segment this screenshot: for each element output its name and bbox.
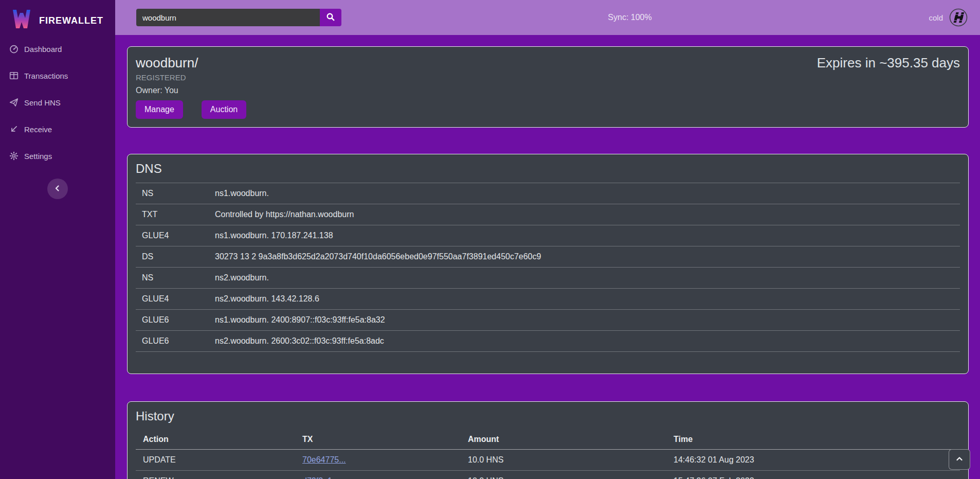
brand[interactable]: FIREWALLET [0, 0, 115, 35]
topbar: Sync: 100% cold [115, 0, 980, 35]
main-content: woodburn/ REGISTERED Owner: You Manage A… [115, 35, 980, 479]
name-card: woodburn/ REGISTERED Owner: You Manage A… [127, 46, 969, 128]
dns-record-value: ns2.woodburn. [209, 268, 960, 289]
transactions-icon [9, 71, 19, 80]
dns-record-type: GLUE4 [136, 289, 209, 310]
history-column-header: Time [666, 430, 960, 449]
history-column-header: TX [295, 430, 461, 449]
brand-name: FIREWALLET [39, 15, 103, 26]
dns-record-row: DS30273 13 2 9a3a8fb3d625d2a2073d740f10d… [136, 246, 960, 268]
dns-record-value: ns1.woodburn. [209, 183, 960, 204]
dns-record-type: NS [136, 183, 209, 204]
history-time: 14:46:32 01 Aug 2023 [666, 449, 960, 470]
history-action: RENEW [136, 470, 295, 479]
history-row: RENEWd72f3a1...10.0 HNS15:47:36 07 Feb 2… [136, 470, 960, 479]
chevron-left-icon [53, 184, 62, 194]
tx-hash-link[interactable]: 70e64775... [302, 455, 346, 464]
scroll-to-top-button[interactable] [949, 449, 970, 470]
wallet-name: cold [929, 13, 943, 22]
sidebar-item-settings[interactable]: Settings [0, 143, 115, 169]
history-amount: 10.0 HNS [461, 470, 666, 479]
wallet-group[interactable]: cold [929, 0, 968, 35]
search-group [136, 9, 341, 26]
dns-record-value: 30273 13 2 9a3a8fb3d625d2a2073d740f10da6… [209, 246, 960, 268]
firewallet-w-logo-icon [11, 9, 32, 32]
handshake-logo-icon[interactable] [949, 8, 968, 27]
dns-record-type: GLUE4 [136, 225, 209, 246]
domain-status: REGISTERED [136, 72, 246, 84]
sidebar-nav: DashboardTransactionsSend HNSReceiveSett… [0, 36, 115, 169]
sidebar-item-receive[interactable]: Receive [0, 116, 115, 143]
sync-status: Sync: 100% [608, 13, 651, 22]
dashboard-icon [9, 44, 19, 54]
sidebar: FIREWALLET DashboardTransactionsSend HNS… [0, 0, 115, 479]
sidebar-item-label: Send HNS [24, 98, 61, 107]
tx-hash-link[interactable]: d72f3a1... [302, 476, 339, 479]
dns-card: DNS NSns1.woodburn.TXTControlled by http… [127, 154, 969, 374]
dns-record-value: ns2.woodburn. 143.42.128.6 [209, 289, 960, 310]
dns-record-row: GLUE6ns2.woodburn. 2600:3c02::f03c:93ff:… [136, 331, 960, 352]
dns-record-row: GLUE4ns1.woodburn. 170.187.241.138 [136, 225, 960, 246]
history-column-header: Action [136, 430, 295, 449]
dns-record-type: NS [136, 268, 209, 289]
sidebar-item-label: Dashboard [24, 45, 62, 54]
dns-record-row: GLUE6ns1.woodburn. 2400:8907::f03c:93ff:… [136, 310, 960, 331]
dns-record-row: NSns2.woodburn. [136, 268, 960, 289]
search-button[interactable] [320, 9, 341, 26]
sidebar-item-label: Settings [24, 152, 52, 161]
auction-button[interactable]: Auction [202, 100, 246, 119]
history-card-title: History [136, 409, 960, 423]
sidebar-item-transactions[interactable]: Transactions [0, 62, 115, 89]
sidebar-item-label: Receive [24, 125, 52, 134]
dns-record-row: NSns1.woodburn. [136, 183, 960, 204]
history-time: 15:47:36 07 Feb 2023 [666, 470, 960, 479]
dns-record-value: Controlled by https://nathan.woodburn [209, 204, 960, 225]
dns-record-type: GLUE6 [136, 331, 209, 352]
history-table: ActionTXAmountTime UPDATE70e64775...10.0… [136, 430, 960, 479]
dns-card-title: DNS [136, 162, 960, 176]
dns-record-type: DS [136, 246, 209, 268]
dns-records-table: NSns1.woodburn.TXTControlled by https://… [136, 183, 960, 352]
sidebar-collapse-button[interactable] [47, 179, 68, 199]
dns-record-value: ns2.woodburn. 2600:3c02::f03c:93ff:fe5a:… [209, 331, 960, 352]
sidebar-item-dashboard[interactable]: Dashboard [0, 36, 115, 62]
dns-record-value: ns1.woodburn. 170.187.241.138 [209, 225, 960, 246]
dns-record-value: ns1.woodburn. 2400:8907::f03c:93ff:fe5a:… [209, 310, 960, 331]
receive-icon [9, 125, 19, 134]
domain-owner: Owner: You [136, 84, 246, 97]
send-icon [9, 98, 19, 107]
domain-name-title: woodburn/ [136, 54, 246, 72]
sidebar-item-send-hns[interactable]: Send HNS [0, 89, 115, 116]
dns-record-type: GLUE6 [136, 310, 209, 331]
history-column-header: Amount [461, 430, 666, 449]
manage-button[interactable]: Manage [136, 100, 183, 119]
dns-record-row: TXTControlled by https://nathan.woodburn [136, 204, 960, 225]
settings-icon [9, 151, 19, 161]
search-input[interactable] [136, 9, 320, 26]
dns-record-row: GLUE4ns2.woodburn. 143.42.128.6 [136, 289, 960, 310]
history-card: History ActionTXAmountTime UPDATE70e6477… [127, 401, 969, 479]
dns-record-type: TXT [136, 204, 209, 225]
sidebar-item-label: Transactions [24, 72, 68, 80]
history-row: UPDATE70e64775...10.0 HNS14:46:32 01 Aug… [136, 449, 960, 470]
domain-expiry: Expires in ~395.35 days [817, 54, 960, 120]
history-action: UPDATE [136, 449, 295, 470]
search-icon [326, 12, 335, 23]
history-amount: 10.0 HNS [461, 449, 666, 470]
chevron-up-icon [955, 455, 964, 465]
